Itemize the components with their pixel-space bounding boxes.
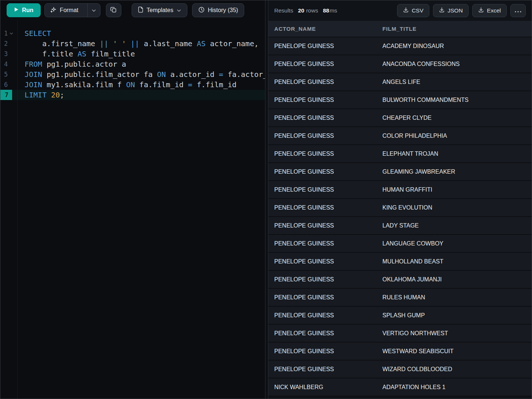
results-table-body: PENELOPE GUINESSACADEMY DINOSAURPENELOPE… — [268, 37, 532, 396]
cell-film-title: BULWORTH COMMANDMENTS — [382, 97, 532, 103]
code-line[interactable]: 2 a.first_name || ' ' || a.last_name AS … — [0, 38, 265, 49]
sql-client-window: Run Format — [0, 0, 532, 399]
history-button[interactable]: History (35) — [192, 3, 245, 17]
run-button[interactable]: Run — [7, 3, 41, 17]
cell-film-title: SPLASH GUMP — [382, 312, 532, 319]
copy-icon — [110, 7, 117, 14]
export-excel-label: Excel — [487, 7, 501, 14]
code-line-text: FROM pg1.public.actor a — [17, 59, 126, 69]
code-line[interactable]: 7LIMIT 20; — [0, 90, 265, 100]
file-icon — [138, 6, 143, 14]
cell-film-title: HUMAN GRAFFITI — [382, 186, 532, 193]
run-button-label: Run — [22, 7, 33, 14]
query-duration: 88 ms — [323, 7, 337, 14]
table-row[interactable]: PENELOPE GUINESSWESTWARD SEABISCUIT — [268, 343, 532, 361]
table-row[interactable]: PENELOPE GUINESSHUMAN GRAFFITI — [268, 181, 532, 199]
chevron-down-icon — [92, 7, 96, 14]
table-row[interactable]: PENELOPE GUINESSRULES HUMAN — [268, 289, 532, 307]
table-row[interactable]: PENELOPE GUINESSMULHOLLAND BEAST — [268, 253, 532, 271]
chevron-down-icon — [177, 7, 181, 14]
table-row[interactable]: PENELOPE GUINESSLADY STAGE — [268, 217, 532, 235]
play-icon — [14, 7, 19, 14]
cell-actor-name: PENELOPE GUINESS — [268, 312, 382, 319]
editor-pane: Run Format — [0, 0, 265, 399]
code-line[interactable]: 5JOIN pg1.public.film_actor fa ON a.acto… — [0, 69, 265, 80]
cell-film-title: WIZARD COLDBLOODED — [382, 366, 532, 373]
more-options-button[interactable] — [510, 4, 526, 17]
code-line-text: JOIN my1.sakila.film f ON fa.film_id = f… — [17, 80, 236, 90]
table-row[interactable]: PENELOPE GUINESSGLEAMING JAWBREAKER — [268, 163, 532, 181]
code-line[interactable]: 1SELECT — [0, 28, 265, 38]
cell-film-title: OKLAHOMA JUMANJI — [382, 276, 532, 283]
cell-film-title: ADAPTATION HOLES 1 — [382, 384, 532, 391]
download-icon — [403, 7, 409, 14]
export-csv-button[interactable]: CSV — [397, 4, 429, 17]
results-pane: Results 20 rows 88 ms — [268, 0, 532, 399]
export-excel-button[interactable]: Excel — [472, 4, 507, 17]
pane-divider[interactable] — [265, 0, 268, 399]
table-row[interactable]: PENELOPE GUINESSLANGUAGE COWBOY — [268, 235, 532, 253]
cell-actor-name: PENELOPE GUINESS — [268, 330, 382, 337]
table-row[interactable]: PENELOPE GUINESSSPLASH GUMP — [268, 307, 532, 325]
sql-editor[interactable]: 1SELECT2 a.first_name || ' ' || a.last_n… — [0, 20, 265, 399]
clock-icon — [198, 7, 205, 14]
line-number: 6 — [0, 80, 17, 90]
cell-actor-name: PENELOPE GUINESS — [268, 43, 382, 49]
line-number: 1 — [0, 28, 17, 38]
cell-film-title: VERTIGO NORTHWEST — [382, 330, 532, 337]
cell-actor-name: PENELOPE GUINESS — [268, 240, 382, 247]
cell-actor-name: PENELOPE GUINESS — [268, 169, 382, 175]
fold-chevron-icon[interactable] — [10, 32, 13, 35]
editor-toolbar: Run Format — [0, 0, 265, 20]
format-button[interactable]: Format — [45, 4, 84, 17]
column-header-actor-name[interactable]: ACTOR_NAME — [268, 26, 382, 32]
code-line[interactable]: 6JOIN my1.sakila.film f ON fa.film_id = … — [0, 80, 265, 90]
code-line-text: f.title AS film_title — [17, 49, 135, 59]
column-header-film-title[interactable]: FILM_TITLE — [382, 26, 532, 32]
results-header: Results 20 rows 88 ms — [268, 0, 532, 21]
code-line[interactable]: 4FROM pg1.public.actor a — [0, 59, 265, 69]
table-row[interactable]: PENELOPE GUINESSACADEMY DINOSAUR — [268, 37, 532, 55]
history-button-label: History (35) — [208, 7, 238, 14]
table-row[interactable]: PENELOPE GUINESSBULWORTH COMMANDMENTS — [268, 91, 532, 109]
table-row[interactable]: PENELOPE GUINESSANACONDA CONFESSIONS — [268, 55, 532, 73]
templates-button[interactable]: Templates — [132, 3, 187, 17]
export-csv-label: CSV — [412, 7, 423, 14]
table-row[interactable]: PENELOPE GUINESSANGELS LIFE — [268, 73, 532, 91]
ellipsis-icon — [515, 7, 521, 14]
cell-film-title: MULHOLLAND BEAST — [382, 258, 532, 265]
download-icon — [439, 7, 445, 14]
cell-actor-name: PENELOPE GUINESS — [268, 79, 382, 85]
cell-film-title: ANGELS LIFE — [382, 79, 532, 85]
cell-film-title: WESTWARD SEABISCUIT — [382, 348, 532, 355]
line-number: 3 — [0, 49, 17, 59]
table-row[interactable]: PENELOPE GUINESSCOLOR PHILADELPHIA — [268, 127, 532, 145]
export-json-button[interactable]: JSON — [433, 4, 469, 17]
table-row[interactable]: PENELOPE GUINESSVERTIGO NORTHWEST — [268, 325, 532, 343]
code-line-text: SELECT — [17, 28, 51, 38]
table-row[interactable]: NICK WAHLBERGADAPTATION HOLES 1 — [268, 378, 532, 396]
editor-lines: 1SELECT2 a.first_name || ' ' || a.last_n… — [0, 28, 265, 100]
cell-film-title: LANGUAGE COWBOY — [382, 240, 532, 247]
copy-button[interactable] — [106, 3, 121, 17]
row-count: 20 rows — [298, 7, 318, 14]
cell-actor-name: PENELOPE GUINESS — [268, 61, 382, 67]
cell-film-title: ACADEMY DINOSAUR — [382, 43, 532, 49]
cell-actor-name: PENELOPE GUINESS — [268, 151, 382, 157]
code-line[interactable]: 3 f.title AS film_title — [0, 49, 265, 59]
table-row[interactable]: PENELOPE GUINESSELEPHANT TROJAN — [268, 145, 532, 163]
line-number: 5 — [0, 69, 17, 80]
table-row[interactable]: PENELOPE GUINESSCHEAPER CLYDE — [268, 109, 532, 127]
export-json-label: JSON — [448, 7, 463, 14]
cell-actor-name: PENELOPE GUINESS — [268, 115, 382, 121]
cell-actor-name: NICK WAHLBERG — [268, 384, 382, 391]
results-title: Results — [274, 7, 293, 14]
code-line-text: a.first_name || ' ' || a.last_name AS ac… — [17, 38, 258, 49]
table-row[interactable]: PENELOPE GUINESSKING EVOLUTION — [268, 199, 532, 217]
table-row[interactable]: PENELOPE GUINESSOKLAHOMA JUMANJI — [268, 271, 532, 289]
templates-button-label: Templates — [147, 7, 173, 14]
table-row[interactable]: PENELOPE GUINESSWIZARD COLDBLOODED — [268, 361, 532, 378]
results-table: ACTOR_NAME FILM_TITLE PENELOPE GUINESSAC… — [268, 21, 532, 399]
format-dropdown-button[interactable] — [87, 4, 100, 17]
cell-actor-name: PENELOPE GUINESS — [268, 276, 382, 283]
